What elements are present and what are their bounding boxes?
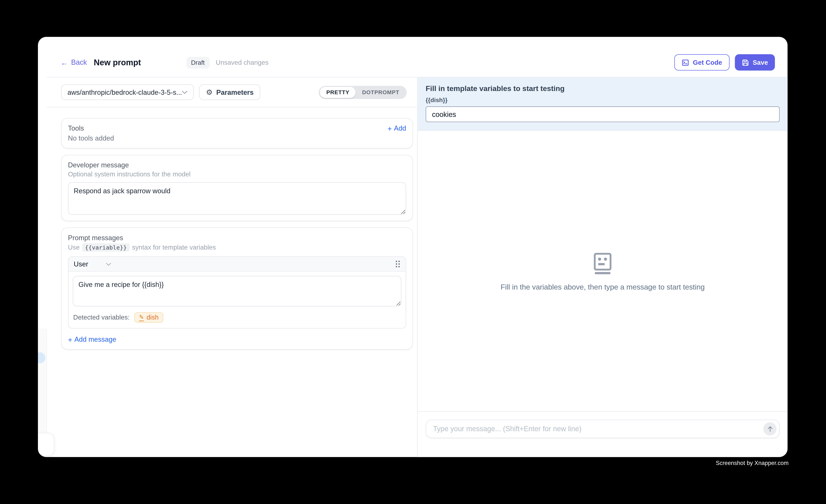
prompt-editor-panel: aws/anthropic/bedrock-claude-3-5-s... ⚙ …: [47, 77, 417, 457]
back-button[interactable]: ← Back: [61, 58, 87, 66]
chat-area: Fill in the variables above, then type a…: [418, 131, 787, 411]
prompt-messages-card: Prompt messages Use {{variable}} syntax …: [61, 228, 413, 350]
detected-variables-row: Detected variables: ✎ dish: [73, 312, 401, 323]
chat-empty-state: Fill in the variables above, then type a…: [500, 253, 705, 291]
save-icon: [742, 59, 749, 66]
prompt-messages-title: Prompt messages: [68, 234, 406, 242]
plus-icon: +: [68, 336, 72, 343]
terminal-icon: [682, 59, 689, 66]
collapsed-sidebar-strip: [38, 328, 47, 433]
chat-message-input[interactable]: [426, 420, 780, 438]
get-code-label: Get Code: [693, 59, 722, 66]
chat-footer: [418, 411, 787, 457]
tools-empty-text: No tools added: [68, 134, 406, 142]
toggle-dotprompt[interactable]: DOTPROMPT: [356, 87, 406, 98]
gear-icon: ⚙: [206, 88, 213, 96]
parameters-label: Parameters: [216, 88, 254, 96]
get-code-button[interactable]: Get Code: [674, 54, 729, 71]
drag-handle-icon[interactable]: [395, 260, 400, 268]
template-variables-section: Fill in template variables to start test…: [418, 77, 787, 130]
developer-message-card: Developer message Optional system instru…: [61, 155, 413, 221]
add-message-button[interactable]: + Add message: [68, 335, 406, 343]
add-tool-button[interactable]: + Add: [388, 124, 406, 132]
variable-syntax-chip: {{variable}}: [82, 243, 129, 252]
variable-value-input[interactable]: [426, 106, 780, 122]
message-header: User: [68, 257, 406, 272]
chat-empty-text: Fill in the variables above, then type a…: [500, 283, 705, 291]
variable-badge-dish[interactable]: ✎ dish: [134, 312, 164, 323]
back-label: Back: [71, 58, 87, 66]
save-button[interactable]: Save: [735, 54, 775, 71]
test-panel: Fill in template variables to start test…: [417, 77, 787, 457]
send-button[interactable]: [763, 422, 776, 436]
screenshot-stage: ← Back New prompt Draft Unsaved changes: [0, 0, 826, 504]
robot-icon: [594, 253, 611, 274]
plus-icon: +: [388, 125, 392, 132]
page-title: New prompt: [94, 58, 141, 67]
message-body: Detected variables: ✎ dish: [68, 272, 406, 328]
prompt-messages-subtitle: Use {{variable}} syntax for template var…: [68, 243, 406, 252]
save-label: Save: [753, 59, 768, 66]
editor-scroll-area: Tools + Add No tools added Developer mes…: [47, 107, 417, 457]
body: aws/anthropic/bedrock-claude-3-5-s... ⚙ …: [38, 77, 787, 457]
add-message-label: Add message: [74, 335, 116, 343]
role-selector[interactable]: [106, 262, 111, 266]
up-arrow-icon: [767, 425, 773, 432]
unsaved-changes-text: Unsaved changes: [216, 59, 269, 66]
tools-card: Tools + Add No tools added: [61, 118, 413, 148]
subtitle-suffix: syntax for template variables: [132, 244, 216, 251]
back-arrow-icon: ←: [61, 59, 68, 66]
template-variables-title: Fill in template variables to start test…: [426, 84, 780, 93]
watermark-text: Screenshot by Xnapper.com: [716, 460, 789, 466]
status-badge: Draft: [186, 57, 210, 68]
add-tool-label: Add: [394, 124, 406, 132]
model-selector-value: aws/anthropic/bedrock-claude-3-5-s...: [67, 88, 182, 96]
detected-variables-label: Detected variables:: [73, 314, 129, 321]
corner-popover-fragment: [38, 433, 54, 456]
parameters-button[interactable]: ⚙ Parameters: [199, 84, 260, 100]
app-window: ← Back New prompt Draft Unsaved changes: [38, 37, 787, 457]
message-content-input[interactable]: [73, 276, 401, 306]
header: ← Back New prompt Draft Unsaved changes: [38, 37, 787, 77]
role-selector-value: User: [74, 260, 88, 268]
developer-message-subtitle: Optional system instructions for the mod…: [68, 171, 406, 178]
left-rail: [38, 77, 47, 457]
developer-message-title: Developer message: [68, 161, 406, 169]
message-block: User: [68, 256, 406, 328]
chevron-down-icon: [182, 90, 187, 94]
model-selector[interactable]: aws/anthropic/bedrock-claude-3-5-s...: [61, 84, 194, 100]
editor-toolbar: aws/anthropic/bedrock-claude-3-5-s... ⚙ …: [47, 77, 417, 107]
subtitle-prefix: Use: [68, 244, 79, 251]
view-mode-toggle: PRETTY DOTPROMPT: [319, 85, 407, 99]
variable-field-label: {{dish}}: [426, 97, 780, 103]
toggle-pretty[interactable]: PRETTY: [320, 87, 356, 98]
developer-message-input[interactable]: [68, 182, 406, 215]
tools-title: Tools: [68, 124, 84, 132]
pencil-icon: ✎: [139, 314, 144, 321]
variable-name: dish: [146, 314, 159, 321]
